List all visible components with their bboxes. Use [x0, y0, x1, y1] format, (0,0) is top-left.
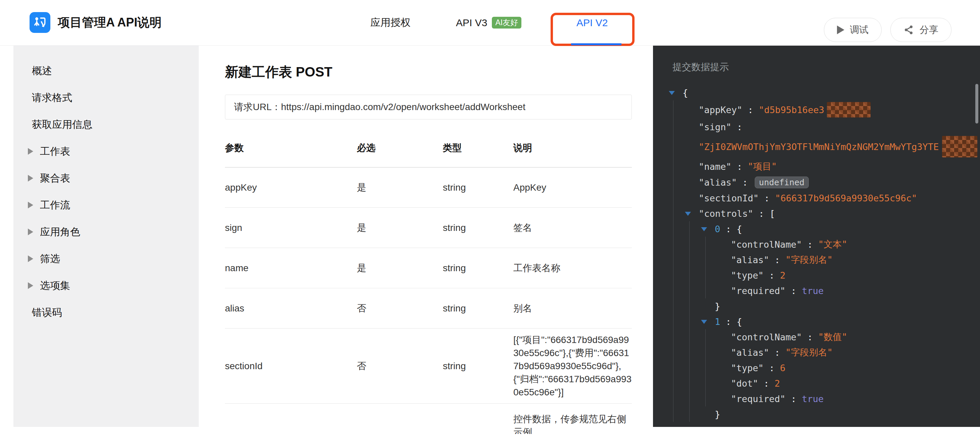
json-line: "alias" : "字段别名": [653, 252, 980, 268]
sidebar-item-label: 选项集: [40, 279, 70, 293]
sidebar-item-5[interactable]: 工作流: [13, 192, 199, 219]
json-bool: true: [802, 394, 824, 404]
sidebar-item-9[interactable]: 错误码: [13, 299, 199, 326]
indent-guide: [705, 360, 706, 376]
sidebar-item-8[interactable]: 选项集: [13, 272, 199, 299]
json-line: "sign" :: [653, 119, 980, 135]
json-str: "字段别名": [786, 346, 833, 359]
indent-guide: [705, 236, 706, 252]
indent-guide: [689, 391, 690, 406]
json-pun: :: [732, 162, 748, 172]
collapse-arrow-icon[interactable]: [685, 212, 691, 216]
json-line: "type" : 2: [653, 268, 980, 283]
cell-desc: 工作表名称: [513, 262, 632, 274]
censored-mosaic: [942, 136, 977, 157]
json-idx: 0: [715, 224, 720, 234]
sidebar-item-label: 获取应用信息: [32, 118, 92, 132]
sidebar-item-label: 工作流: [40, 198, 70, 212]
indent-guide: [705, 376, 706, 391]
cell-desc: 别名: [513, 302, 632, 315]
indent-guide: [673, 314, 673, 329]
indent-guide: [673, 174, 673, 190]
table-row-alias: alias否string别名: [225, 288, 632, 328]
json-key: "required": [731, 286, 786, 296]
indent-guide: [689, 252, 690, 268]
indent-guide: [689, 406, 690, 422]
debug-button[interactable]: 调试: [824, 18, 881, 42]
indent-guide: [673, 100, 673, 119]
sidebar-item-label: 请求格式: [32, 91, 72, 105]
json-num: 6: [780, 363, 785, 373]
sidebar-item-label: 错误码: [32, 306, 62, 319]
tab-api-v3[interactable]: API V3 AI友好: [456, 0, 522, 45]
table-row-sectionId: sectionId否string[{"项目":"666317b9d569a993…: [225, 328, 632, 404]
collapse-arrow-icon[interactable]: [701, 320, 707, 324]
json-line: "appKey" : "d5b95b16ee3: [653, 100, 980, 119]
top-header: 项目管理A API说明 应用授权 API V3 AI友好 API V2 调试 分…: [0, 0, 980, 46]
app-logo-icon: [30, 12, 50, 33]
indent-guide: [673, 391, 673, 406]
share-button-label: 分享: [920, 24, 939, 36]
indent-guide: [673, 190, 673, 206]
json-key: "alias": [731, 347, 769, 358]
indent-guide: [689, 268, 690, 283]
json-key: "sign": [698, 122, 732, 132]
json-line: "type" : 6: [653, 360, 980, 376]
indent-guide: [673, 206, 673, 221]
json-line: 0 : {: [653, 221, 980, 236]
json-pun: :: [758, 378, 775, 389]
sidebar-item-1[interactable]: 请求格式: [13, 84, 199, 111]
table-row-controls: 控件数据，传参规范见右侧示例 controlName：控件名称，必填 alias…: [225, 404, 632, 434]
sidebar-item-7[interactable]: 筛选: [13, 245, 199, 272]
indent-guide: [673, 406, 673, 422]
json-str: "d5b95b16ee3: [759, 105, 824, 115]
sidebar-item-2[interactable]: 获取应用信息: [13, 111, 199, 138]
share-button[interactable]: 分享: [890, 18, 951, 42]
table-header-cell: 参数: [225, 142, 357, 154]
cell-required: 否: [357, 302, 443, 315]
json-line: "controls" : [: [653, 206, 980, 221]
sidebar-item-6[interactable]: 应用角色: [13, 219, 199, 245]
cell-param: sectionId: [225, 361, 357, 371]
sidebar-item-label: 聚合表: [40, 171, 70, 185]
indent-guide: [673, 252, 673, 268]
annotation-highlight-box: [550, 13, 635, 46]
indent-guide: [673, 236, 673, 252]
person-easel-icon: [33, 15, 47, 30]
json-key: "controlName": [731, 239, 802, 250]
json-line: "sectionId" : "666317b9d569a9930e55c96c": [653, 190, 980, 206]
tab-app-auth[interactable]: 应用授权: [370, 0, 410, 45]
sidebar-item-4[interactable]: 聚合表: [13, 165, 199, 192]
indent-guide: [673, 159, 673, 174]
json-num: 2: [780, 270, 785, 281]
json-pun: :: [786, 286, 802, 296]
indent-guide: [673, 221, 673, 236]
collapse-arrow-icon[interactable]: [669, 91, 675, 95]
sidebar-item-0[interactable]: 概述: [13, 57, 199, 84]
json-key: "name": [698, 162, 732, 172]
json-idx: 1: [715, 316, 720, 327]
chevron-right-icon: [28, 282, 33, 289]
collapse-arrow-icon[interactable]: [701, 227, 707, 231]
cell-param: sign: [225, 222, 357, 233]
indent-guide: [689, 283, 690, 298]
json-key: "sectionId": [698, 193, 759, 203]
indent-guide: [705, 252, 706, 268]
params-table: 参数必选类型说明appKey是stringAppKeysign是string签名…: [225, 132, 632, 434]
json-key: "appKey": [698, 105, 742, 115]
table-row-sign: sign是string签名: [225, 208, 632, 248]
cell-required: 是: [357, 262, 443, 274]
cell-desc: 签名: [513, 221, 632, 234]
indent-guide: [689, 329, 690, 345]
table-header-cell: 必选: [357, 142, 443, 154]
chevron-right-icon: [28, 228, 33, 235]
json-pun: : [: [753, 208, 775, 219]
json-line: }: [653, 298, 980, 314]
sidebar-item-3[interactable]: 工作表: [13, 138, 199, 165]
main-content: 新建工作表 POST 请求URL： https://api.mingdao.co…: [199, 45, 653, 434]
json-tree: {"appKey" : "d5b95b16ee3"sign" : "ZjI0ZW…: [653, 85, 980, 422]
json-pun: : {: [720, 316, 742, 327]
cell-param: alias: [225, 303, 357, 314]
json-pun: }: [715, 409, 720, 420]
scrollbar-thumb[interactable]: [975, 84, 978, 124]
